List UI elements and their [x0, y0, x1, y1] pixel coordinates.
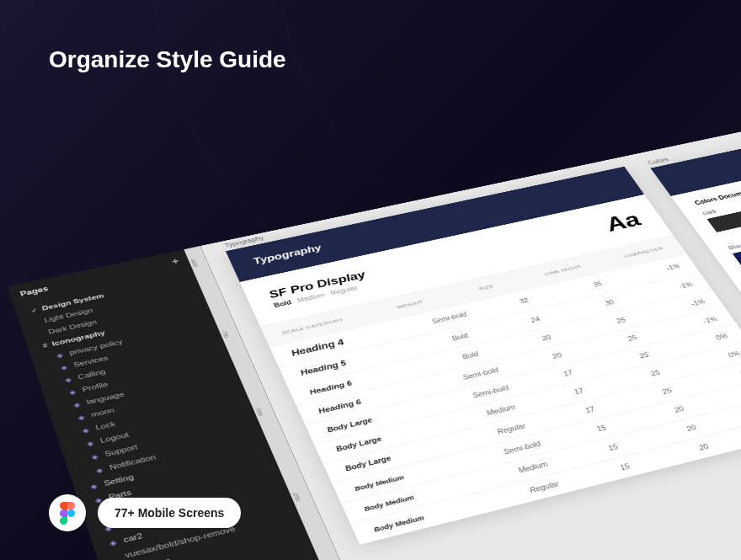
- scale-size: 15: [564, 417, 639, 440]
- sidebar-item-label: car2: [122, 531, 144, 544]
- add-page-icon[interactable]: +: [170, 256, 181, 266]
- sidebar-header: Pages: [19, 285, 50, 297]
- hero-title: Organize Style Guide: [49, 46, 286, 73]
- sidebar-item-label: Lock: [94, 420, 116, 432]
- scale-name: Body Medium: [363, 475, 490, 512]
- screens-badge: 77+ Mobile Screens: [98, 498, 241, 528]
- component-icon: ◈: [90, 452, 101, 461]
- scale-character: 0%: [732, 396, 741, 421]
- ruler-tick: -750: [221, 329, 229, 338]
- scale-size: 15: [587, 455, 663, 479]
- scale-weight: Semi-bold: [476, 434, 568, 461]
- scale-name: Body Large: [344, 436, 469, 472]
- component-icon: ◈: [82, 426, 92, 434]
- scale-name: Body Large: [335, 418, 460, 453]
- font-sample: Aa: [600, 209, 647, 236]
- ruler-tick: -1000: [189, 258, 199, 268]
- component-icon: ◈: [77, 413, 87, 421]
- component-icon: ◈: [72, 401, 83, 408]
- hash-icon: #: [42, 342, 49, 349]
- scale-weight: Regular: [498, 472, 591, 502]
- scale-weight: Regular: [466, 415, 557, 443]
- scale-lineheight: 20: [635, 396, 723, 423]
- component-icon: ◈: [56, 351, 66, 359]
- component-icon: ◈: [86, 439, 96, 446]
- scale-row: Body MediumSemi-bold15200%: [332, 376, 741, 503]
- check-icon: ✓: [30, 307, 39, 313]
- scale-row: Body MediumMedium15200%: [341, 393, 741, 523]
- figma-icon: [49, 494, 86, 531]
- scale-name: Body Large: [326, 399, 449, 434]
- component-icon: ◈: [68, 388, 78, 396]
- component-icon: ◈: [109, 538, 120, 547]
- scale-lineheight: 20: [647, 414, 736, 442]
- scale-name: Body Medium: [354, 456, 480, 492]
- scale-weight: Medium: [487, 453, 579, 482]
- weight-bold: Bold: [273, 299, 292, 308]
- ruler-tick: -250: [291, 491, 301, 501]
- component-icon: ◈: [60, 363, 70, 371]
- scale-size: 15: [575, 435, 650, 460]
- scale-size: 17: [553, 398, 627, 422]
- scale-name: Body Medium: [372, 495, 501, 533]
- scale-weight: Medium: [456, 397, 546, 424]
- component-icon: ◈: [89, 482, 100, 490]
- component-icon: ◈: [95, 466, 106, 474]
- component-icon: ◈: [64, 376, 74, 383]
- scale-row: Body MediumRegular15200%: [350, 412, 741, 544]
- scale-lineheight: 20: [658, 434, 741, 461]
